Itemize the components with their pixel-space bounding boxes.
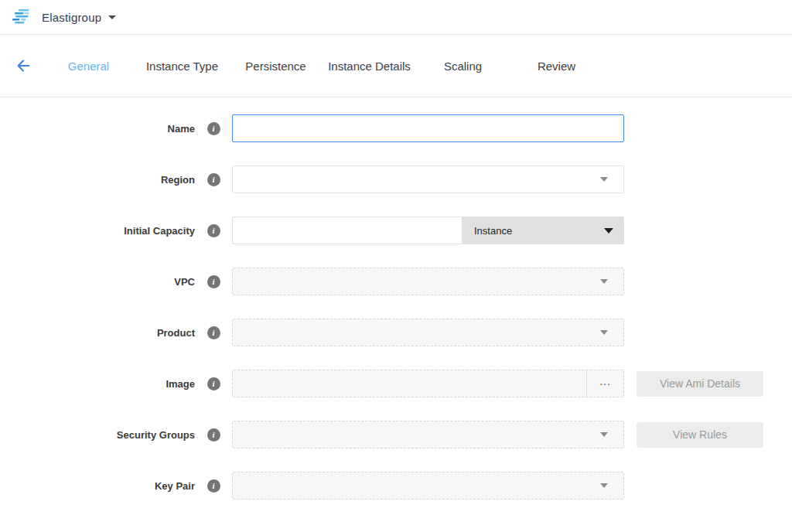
- security-groups-info-icon[interactable]: i: [207, 428, 220, 442]
- elastigroup-logo-icon: [11, 8, 32, 26]
- general-settings-form: Name i Region i Initial Capacity i Insta…: [0, 97, 792, 500]
- image-info-icon[interactable]: i: [207, 377, 220, 390]
- top-bar: Elastigroup: [0, 0, 792, 35]
- form-row-image: Image i ... View Ami Details: [0, 370, 792, 397]
- form-row-product: Product i: [0, 319, 792, 346]
- initial-capacity-info-icon[interactable]: i: [207, 224, 220, 237]
- product-select[interactable]: [232, 319, 624, 346]
- dropdown-caret-icon: [600, 279, 608, 284]
- form-row-vpc: VPC i: [0, 268, 792, 295]
- image-label: Image: [0, 378, 195, 390]
- view-rules-button[interactable]: View Rules: [637, 422, 763, 448]
- ellipsis-icon[interactable]: ...: [586, 370, 623, 397]
- form-row-security-groups: Security Groups i View Rules: [0, 421, 792, 448]
- tab-persistence[interactable]: Persistence: [229, 60, 323, 73]
- app-switcher-caret-icon: [108, 15, 116, 19]
- capacity-unit-select[interactable]: Instance: [462, 217, 624, 244]
- name-label: Name: [0, 123, 195, 135]
- form-row-initial-capacity: Initial Capacity i Instance: [0, 217, 792, 244]
- wizard-tab-bar: General Instance Type Persistence Instan…: [0, 35, 792, 97]
- tab-scaling[interactable]: Scaling: [416, 60, 510, 73]
- region-select[interactable]: [232, 165, 624, 193]
- dropdown-caret-icon: [600, 432, 608, 437]
- form-row-region: Region i: [0, 165, 792, 193]
- tab-instance-details[interactable]: Instance Details: [323, 60, 416, 73]
- security-groups-label: Security Groups: [0, 429, 195, 441]
- region-info-icon[interactable]: i: [207, 173, 220, 186]
- tab-instance-type[interactable]: Instance Type: [135, 60, 229, 73]
- vpc-select[interactable]: [232, 268, 624, 295]
- back-button[interactable]: [14, 56, 32, 75]
- form-row-key-pair: Key Pair i: [0, 472, 792, 500]
- region-label: Region: [0, 174, 195, 186]
- vpc-label: VPC: [0, 276, 195, 288]
- capacity-unit-value: Instance: [474, 225, 512, 237]
- key-pair-label: Key Pair: [0, 480, 195, 492]
- product-label: Product: [0, 327, 195, 339]
- dropdown-caret-icon: [600, 177, 608, 182]
- key-pair-select[interactable]: [232, 472, 624, 500]
- dropdown-caret-icon: [600, 330, 608, 335]
- tab-review[interactable]: Review: [510, 60, 603, 73]
- tabs: General Instance Type Persistence Instan…: [42, 60, 603, 73]
- image-picker[interactable]: ...: [232, 370, 624, 397]
- product-info-icon[interactable]: i: [207, 326, 220, 339]
- back-arrow-icon: [15, 57, 32, 74]
- initial-capacity-label: Initial Capacity: [0, 225, 195, 237]
- name-info-icon[interactable]: i: [207, 122, 220, 135]
- security-groups-select[interactable]: [232, 421, 624, 448]
- key-pair-info-icon[interactable]: i: [207, 479, 220, 493]
- name-input[interactable]: [232, 114, 624, 142]
- view-ami-details-button[interactable]: View Ami Details: [637, 371, 763, 397]
- dropdown-caret-icon: [604, 228, 613, 234]
- tab-general[interactable]: General: [42, 60, 135, 73]
- dropdown-caret-icon: [600, 483, 608, 488]
- initial-capacity-input[interactable]: [232, 217, 462, 244]
- image-picker-value: [233, 370, 586, 397]
- form-row-name: Name i: [0, 114, 792, 142]
- app-name: Elastigroup: [42, 11, 101, 24]
- app-switcher[interactable]: Elastigroup: [42, 11, 116, 24]
- vpc-info-icon[interactable]: i: [207, 275, 220, 288]
